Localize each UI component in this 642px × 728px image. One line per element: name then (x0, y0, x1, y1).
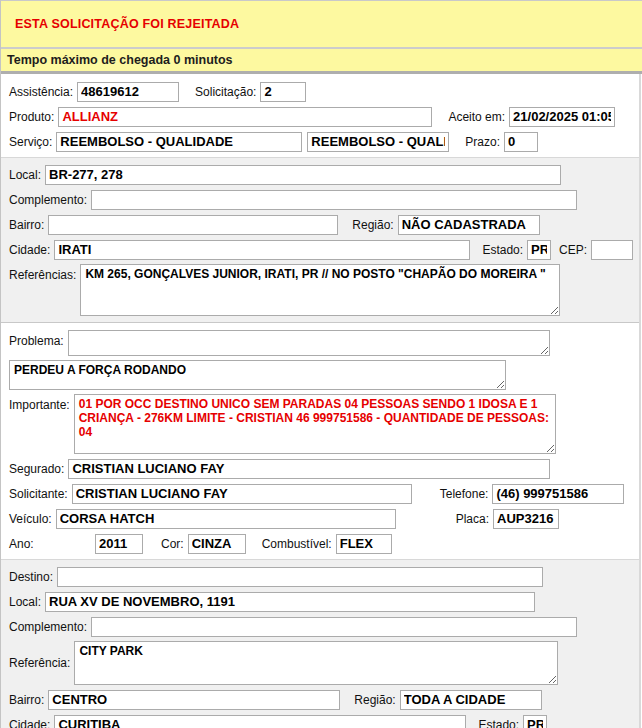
cor-label: Cor: (161, 537, 184, 551)
segurado-label: Segurado: (9, 462, 64, 476)
aceito-em-input[interactable] (509, 107, 615, 127)
complemento-origem-label: Complemento: (9, 193, 87, 207)
produto-input[interactable] (58, 107, 432, 127)
destino-input[interactable] (57, 567, 543, 587)
assistencia-label: Assistência: (9, 85, 73, 99)
servico-label: Serviço: (9, 135, 52, 149)
cidade-destino-input[interactable] (54, 715, 466, 728)
bairro-origem-input[interactable] (48, 215, 338, 235)
importante-textarea[interactable]: 01 POR OCC DESTINO UNICO SEM PARADAS 04 … (74, 394, 556, 454)
destination-address-panel: Destino: Local: Complemento: Referência:… (1, 559, 639, 728)
problem-description-row: PERDEU A FORÇA RODANDO (9, 358, 639, 392)
regiao-origem-input[interactable] (398, 215, 540, 235)
prazo-label: Prazo: (465, 135, 500, 149)
segurado-input[interactable] (68, 459, 550, 479)
rejection-banner: ESTA SOLICITAÇÃO FOI REJEITADA (1, 1, 642, 47)
destino-label: Destino: (9, 570, 53, 584)
telefone-label: Telefone: (440, 487, 489, 501)
vehicle-details-row: Ano: Cor: Combustível: (9, 531, 639, 556)
problema-descricao-textarea[interactable]: PERDEU A FORÇA RODANDO (9, 360, 506, 390)
form-content: Assistência: Solicitação: Produto: Aceit… (1, 74, 641, 728)
local-origem-input[interactable] (45, 165, 561, 185)
veiculo-input[interactable] (56, 509, 396, 529)
problem-and-people-section: Problema: PERDEU A FORÇA RODANDO Importa… (1, 323, 639, 559)
origin-local-row: Local: (9, 162, 639, 187)
rejection-banner-text: ESTA SOLICITAÇÃO FOI REJEITADA (15, 17, 239, 31)
destination-local-row: Local: (9, 589, 639, 614)
destination-reference-row: Referência: CITY PARK (9, 639, 639, 687)
cor-input[interactable] (188, 534, 246, 554)
complemento-origem-input[interactable] (91, 190, 577, 210)
service-row: Serviço: Prazo: (9, 129, 639, 154)
local-destino-input[interactable] (45, 592, 535, 612)
local-origem-label: Local: (9, 168, 41, 182)
solicitacao-label: Solicitação: (195, 85, 256, 99)
origin-address-panel: Local: Complemento: Bairro: Região: Cida… (1, 157, 639, 323)
assistance-request-form: ESTA SOLICITAÇÃO FOI REJEITADA Tempo máx… (0, 0, 642, 728)
servico-input-2[interactable] (307, 132, 449, 152)
solicitante-input[interactable] (72, 484, 412, 504)
origin-complement-row: Complemento: (9, 187, 639, 212)
product-row: Produto: Aceito em: (9, 104, 639, 129)
problema-textarea[interactable] (68, 330, 550, 356)
estado-origem-label: Estado: (482, 243, 523, 257)
origin-city-row: Cidade: Estado: CEP: (9, 237, 639, 262)
solicitacao-input[interactable] (260, 82, 306, 102)
referencias-label: Referências: (9, 268, 76, 282)
important-row: Importante: 01 POR OCC DESTINO UNICO SEM… (9, 392, 639, 456)
complemento-destino-label: Complemento: (9, 620, 87, 634)
referencia-destino-label: Referência: (9, 656, 70, 670)
aceito-em-label: Aceito em: (448, 110, 505, 124)
cidade-destino-label: Cidade: (9, 718, 50, 728)
referencias-textarea[interactable]: KM 265, GONÇALVES JUNIOR, IRATI, PR // N… (80, 264, 560, 316)
arrival-time-text: Tempo máximo de chegada 0 minutos (7, 53, 233, 67)
destination-district-row: Bairro: Região: (9, 687, 639, 712)
ano-input[interactable] (95, 534, 143, 554)
regiao-destino-input[interactable] (400, 690, 542, 710)
problem-row: Problema: (9, 328, 639, 358)
estado-destino-input[interactable] (523, 715, 547, 728)
vehicle-row: Veículo: Placa: (9, 506, 639, 531)
estado-origem-input[interactable] (527, 240, 551, 260)
bairro-origem-label: Bairro: (9, 218, 44, 232)
origin-references-row: Referências: KM 265, GONÇALVES JUNIOR, I… (9, 262, 639, 318)
combustivel-input[interactable] (336, 534, 392, 554)
produto-label: Produto: (9, 110, 54, 124)
bairro-destino-label: Bairro: (9, 693, 44, 707)
assistance-row: Assistência: Solicitação: (9, 79, 639, 104)
prazo-input[interactable] (504, 132, 538, 152)
complemento-destino-input[interactable] (91, 617, 577, 637)
estado-destino-label: Estado: (478, 718, 519, 728)
origin-district-row: Bairro: Região: (9, 212, 639, 237)
cep-input[interactable] (591, 240, 633, 260)
bairro-destino-input[interactable] (48, 690, 340, 710)
cidade-origem-label: Cidade: (9, 243, 50, 257)
destination-complement-row: Complemento: (9, 614, 639, 639)
ano-label: Ano: (9, 537, 91, 551)
arrival-time-bar: Tempo máximo de chegada 0 minutos (1, 49, 642, 71)
placa-label: Placa: (456, 512, 489, 526)
referencia-destino-textarea[interactable]: CITY PARK (74, 641, 558, 685)
servico-input-1[interactable] (56, 132, 302, 152)
assistencia-input[interactable] (77, 82, 179, 102)
importante-label: Importante: (9, 398, 70, 412)
veiculo-label: Veículo: (9, 512, 52, 526)
request-header-section: Assistência: Solicitação: Produto: Aceit… (1, 74, 639, 157)
insured-row: Segurado: (9, 456, 639, 481)
problema-label: Problema: (9, 334, 64, 348)
placa-input[interactable] (493, 509, 559, 529)
local-destino-label: Local: (9, 595, 41, 609)
telefone-input[interactable] (492, 484, 624, 504)
requester-row: Solicitante: Telefone: (9, 481, 639, 506)
solicitante-label: Solicitante: (9, 487, 68, 501)
destination-row: Destino: (9, 564, 639, 589)
combustivel-label: Combustível: (262, 537, 332, 551)
cidade-origem-input[interactable] (54, 240, 470, 260)
destination-city-row: Cidade: Estado: (9, 712, 639, 728)
regiao-origem-label: Região: (352, 218, 393, 232)
regiao-destino-label: Região: (354, 693, 395, 707)
cep-label: CEP: (559, 243, 587, 257)
